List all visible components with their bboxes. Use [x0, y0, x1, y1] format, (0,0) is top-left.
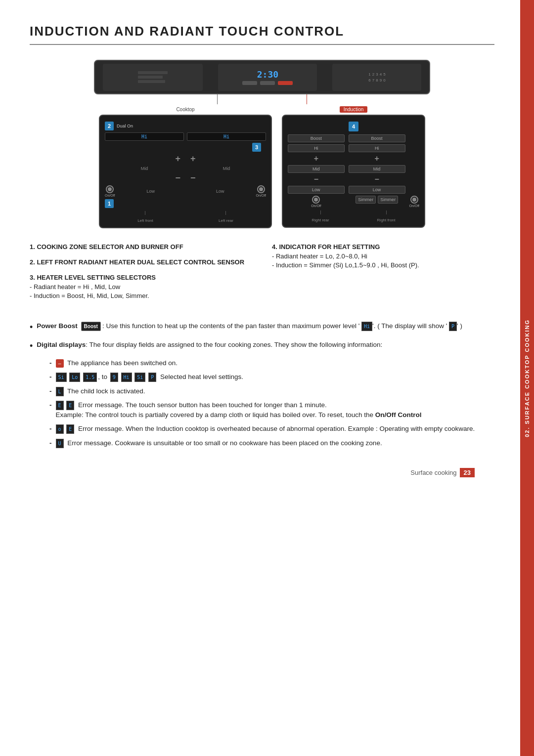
zone-2-badge: 2: [105, 122, 114, 130]
page-title: INDUCTION AND RADIANT TOUCH CONTROL: [30, 24, 494, 45]
item-2-title: 2. LEFT FRONT RADIANT HEATER DUAL SELECT…: [30, 258, 252, 266]
sub-bullet-5-content: o E Error message. When the Induction co…: [56, 424, 475, 434]
on-off-btn-1[interactable]: On/Off: [105, 185, 115, 197]
dash-2: -: [49, 372, 52, 382]
p-badge: P: [449, 322, 457, 331]
cooktop-label: Cooktop: [176, 107, 194, 112]
dash-5: -: [49, 424, 52, 434]
item-4: 4. INDICATIOR FOR HEAT SETTING - Radiant…: [272, 243, 494, 269]
si-badge: Si: [56, 373, 67, 382]
items-right: 4. INDICATIOR FOR HEAT SETTING - Radiant…: [272, 243, 494, 307]
item-4-text: INDICATIOR FOR HEAT SETTING: [279, 243, 380, 251]
15-badge: 1.5: [83, 373, 97, 382]
ind-plus-left[interactable]: +: [314, 154, 318, 163]
lock-badge: L: [56, 387, 64, 396]
cooktop-panel-wrapper: Cooktop 2 Dual On: [99, 104, 272, 228]
item-3: 3. HEATER LEVEL SETTING SELECTORS - Radi…: [30, 274, 252, 299]
ind-plus-right[interactable]: +: [374, 154, 379, 163]
mid-label-left: Mid: [105, 166, 184, 171]
dash-4: -: [49, 400, 52, 410]
boost-btn-left[interactable]: Boost: [288, 134, 345, 142]
low-btn-left[interactable]: Low: [288, 186, 345, 194]
hi-btn-right[interactable]: Hi: [349, 144, 405, 152]
numbered-items-section: 1. COOKING ZONE SELECTOR AND BURNER OFF …: [30, 243, 494, 307]
on-off-ind-right[interactable]: On/Off: [409, 196, 420, 208]
hi-btn-left[interactable]: Hi: [288, 144, 345, 152]
o-badge: o: [56, 424, 64, 434]
page-number-badge: 23: [460, 468, 475, 477]
panels-row: Cooktop 2 Dual On: [99, 104, 425, 228]
item-3-sub2: - Induction = Boost, Hi, Mid, Low, Simme…: [30, 292, 252, 299]
appliance-right: 1 2 3 4 5 6 7 8 9 0: [332, 64, 421, 91]
items-left: 1. COOKING ZONE SELECTOR AND BURNER OFF …: [30, 243, 252, 307]
appliance-center: 2:30: [218, 64, 317, 91]
item-3-number: 3.: [30, 274, 35, 281]
digital-displays-bullet: • Digital displays: The four display fie…: [30, 340, 494, 352]
hi-display-left: Hi: [105, 132, 184, 141]
item-3-sub1: - Radiant heater = Hi , Mid, Low: [30, 283, 252, 291]
boost-btn-right[interactable]: Boost: [349, 134, 405, 142]
on-off-ind-left-label: On/Off: [311, 204, 321, 208]
sub-bullet-6-content: U Error message. Cookware is unsuitable …: [56, 438, 382, 448]
sub-bullet-6: - U Error message. Cookware is unsuitabl…: [49, 438, 494, 448]
mid-btn-left[interactable]: Mid: [288, 165, 345, 173]
plus-icon-left[interactable]: +: [175, 154, 180, 164]
ind-minus-left[interactable]: −: [314, 175, 318, 184]
mid-label-right: Mid: [187, 166, 266, 171]
low-label-1: Low: [117, 189, 185, 194]
hi-display-right: Hi: [187, 132, 266, 141]
bullet-dot-2: •: [30, 341, 33, 352]
on-off-btn-2[interactable]: On/Off: [256, 185, 267, 197]
digital-displays-label: Digital displays: [37, 341, 86, 348]
power-boost-label: Power Boost: [37, 322, 78, 330]
plus-icon-right[interactable]: +: [190, 154, 196, 164]
left-front-label: Left front: [137, 218, 153, 223]
item-3-title: 3. HEATER LEVEL SETTING SELECTORS: [30, 274, 252, 281]
dual-on-label: Dual On: [117, 124, 133, 128]
sub-bullet-2: - Si Lo 1.5, to 9 Hi Si P Selected heat …: [49, 372, 494, 382]
on-off-1-label: On/Off: [105, 194, 115, 197]
simmer-btn-left[interactable]: Simmer: [356, 196, 376, 204]
induction-panel: 4 Boost Hi + Mid − Low: [282, 115, 425, 228]
lo-badge: Lo: [69, 373, 80, 382]
sub-bullet-4: - E E Error message. The touch sensor bu…: [49, 400, 494, 420]
dash-3: -: [49, 386, 52, 396]
bullet-section: • Power Boost Boost: Use this function t…: [30, 321, 494, 448]
sub-bullet-2-content: Si Lo 1.5, to 9 Hi Si P Selected heat le…: [56, 372, 244, 382]
e3-badge: E: [66, 424, 74, 434]
dash-1: -: [49, 358, 52, 368]
9-badge: 9: [110, 373, 118, 382]
sub-bullet-1: - — The appliance has been switched on.: [49, 358, 494, 368]
induction-label: Induction: [340, 106, 368, 113]
switched-on-badge: —: [56, 359, 64, 368]
minus-icon-right[interactable]: −: [190, 173, 196, 183]
item-3-text: HEATER LEVEL SETTING SELECTORS: [37, 274, 156, 281]
low-btn-right[interactable]: Low: [349, 186, 405, 194]
diagram-area: 2:30 1 2 3 4 5 6 7 8: [30, 60, 494, 228]
bullet-dot-1: •: [30, 322, 33, 333]
hi-badge-2: Hi: [121, 373, 132, 382]
mid-btn-right[interactable]: Mid: [349, 165, 405, 173]
sub-bullet-3-content: L The child lock is activated.: [56, 386, 145, 396]
ind-minus-right[interactable]: −: [374, 175, 379, 184]
e2-badge: E: [66, 401, 74, 410]
item-1-number: 1.: [30, 243, 35, 251]
p-badge-2: P: [148, 373, 156, 382]
power-boost-bullet: • Power Boost Boost: Use this function t…: [30, 321, 494, 333]
power-boost-content: Power Boost Boost: Use this function to …: [37, 321, 462, 331]
e1-badge: E: [56, 401, 64, 410]
digital-displays-content: Digital displays: The four display field…: [37, 340, 382, 350]
item-4-title: 4. INDICATIOR FOR HEAT SETTING: [272, 243, 494, 251]
page-number-row: Surface cooking 23: [30, 468, 494, 477]
low-label-2: Low: [186, 189, 254, 194]
on-off-2-label: On/Off: [256, 194, 267, 197]
on-off-ind-right-label: On/Off: [409, 204, 420, 208]
left-rear-label: Left rear: [219, 218, 233, 223]
minus-icon-left[interactable]: −: [175, 173, 180, 183]
on-off-ind-left[interactable]: On/Off: [311, 196, 321, 208]
hi-badge: Hi: [361, 322, 372, 331]
sub-bullet-5: - o E Error message. When the Induction …: [49, 424, 494, 434]
zone-1-badge: 1: [105, 199, 114, 208]
simmer-btn-right[interactable]: Simmer: [378, 196, 398, 204]
sub-bullet-1-content: — The appliance has been switched on.: [56, 358, 178, 368]
